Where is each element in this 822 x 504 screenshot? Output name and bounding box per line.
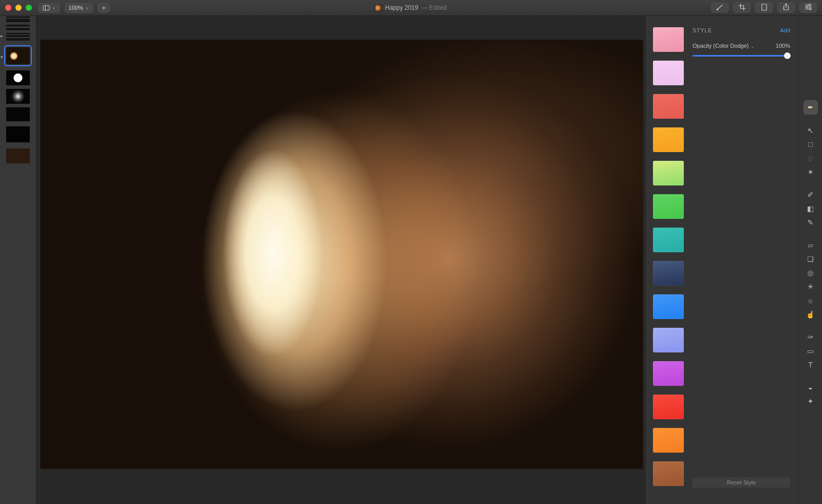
color-swatch-blue[interactable] xyxy=(653,294,684,319)
group-disclosure-open-icon[interactable]: ▾ xyxy=(1,55,3,60)
layer-thumbnail-black-b[interactable] xyxy=(6,126,30,142)
layers-list xyxy=(0,16,36,167)
color-fill-tool[interactable]: ◒ xyxy=(804,381,817,394)
share-button[interactable] xyxy=(777,3,795,13)
pencil-tool[interactable]: ✎ xyxy=(804,216,817,229)
add-style-link[interactable]: Add xyxy=(780,27,790,33)
app-window: ⌄ 100% ⌄ + Happy 2019 — Edited xyxy=(0,0,822,504)
paint-tool[interactable]: ✐ xyxy=(804,188,817,201)
document-title: Happy 2019 xyxy=(385,4,418,11)
minimize-window-button[interactable] xyxy=(15,5,22,11)
color-swatch-yellow-green[interactable] xyxy=(653,161,684,185)
edited-status: — Edited xyxy=(421,4,446,11)
window-title: Happy 2019 — Edited xyxy=(375,4,446,11)
quick-select-tool[interactable]: ✶ xyxy=(804,165,817,179)
chevron-down-icon: ⌄ xyxy=(85,5,89,10)
layer-thumbnail-brown[interactable] xyxy=(6,148,30,163)
pen-tool[interactable]: ✑ xyxy=(804,330,817,344)
new-page-button[interactable] xyxy=(755,3,773,13)
opacity-row: Opacity (Color Dodge) ⌄ 100% xyxy=(693,43,790,49)
titlebar-actions xyxy=(711,3,817,13)
color-swatch-red[interactable] xyxy=(653,395,684,419)
style-panel-title: STYLE xyxy=(693,27,712,33)
layer-thumbnail-white-circle[interactable] xyxy=(6,70,30,85)
right-panel: STYLE Add Opacity (Color Dodge) ⌄ 100% R… xyxy=(645,16,822,504)
chevron-down-icon: ⌄ xyxy=(751,44,754,49)
sharpen-tool[interactable]: ☀ xyxy=(804,280,817,293)
color-swatch-brown[interactable] xyxy=(653,461,684,486)
group-disclosure-closed-icon[interactable]: ▸ xyxy=(1,34,3,39)
style-panel: STYLE Add Opacity (Color Dodge) ⌄ 100% R… xyxy=(693,16,790,504)
eraser-tool[interactable]: ▱ xyxy=(804,238,817,252)
color-swatch-orange[interactable] xyxy=(653,428,684,453)
page-icon xyxy=(761,4,768,12)
arrange-tool[interactable]: ↖ xyxy=(804,124,817,137)
marquee-select-tool[interactable]: □ xyxy=(804,138,817,151)
clone-tool[interactable]: ❏ xyxy=(804,252,817,266)
grain-texture xyxy=(41,40,643,469)
effects-tool[interactable]: ✦ xyxy=(804,395,817,408)
canvas-area xyxy=(36,16,645,504)
gradient-tool[interactable]: ◧ xyxy=(804,202,817,215)
shape-tool[interactable]: ▭ xyxy=(804,344,817,358)
plus-icon: + xyxy=(102,4,106,12)
crop-icon xyxy=(738,4,746,12)
color-swatch-periwinkle[interactable] xyxy=(653,328,684,352)
chevron-down-icon: ⌄ xyxy=(52,5,56,10)
dodge-tool[interactable]: ☼ xyxy=(804,294,817,307)
smudge-tool[interactable]: ☝ xyxy=(804,308,817,321)
style-tool[interactable]: ✒ xyxy=(804,100,818,115)
color-swatch-teal[interactable] xyxy=(653,228,684,252)
style-panel-header: STYLE Add xyxy=(693,27,790,33)
share-icon xyxy=(782,3,790,12)
opacity-label-text: Opacity (Color Dodge) xyxy=(693,43,749,49)
layer-thumbnail-text-strip-a[interactable] xyxy=(6,16,30,22)
opacity-value: 100% xyxy=(776,43,790,49)
slider-knob[interactable] xyxy=(784,52,791,59)
traffic-lights xyxy=(5,5,32,11)
view-options-button[interactable]: ⌄ xyxy=(39,3,60,13)
color-swatch-light-pink[interactable] xyxy=(653,61,684,85)
adjustments-button[interactable] xyxy=(799,3,817,13)
add-button[interactable]: + xyxy=(98,3,110,13)
lasso-select-tool[interactable]: ◌ xyxy=(804,152,817,165)
color-swatch-green[interactable] xyxy=(653,194,684,219)
brush-icon xyxy=(716,4,724,12)
vignette-overlay xyxy=(41,40,643,469)
layer-thumbnail-text-strip-b[interactable] xyxy=(6,25,30,30)
color-swatch-coral-red[interactable] xyxy=(653,94,684,119)
type-tool[interactable]: T xyxy=(804,358,817,371)
retouch-button[interactable] xyxy=(711,3,728,13)
opacity-slider[interactable] xyxy=(693,52,790,59)
slider-fill xyxy=(693,55,790,57)
layers-panel: ▸ ▾ xyxy=(0,16,36,504)
layer-thumbnail-text-strip-c[interactable] xyxy=(6,33,30,41)
swatches-panel xyxy=(653,27,684,504)
color-swatch-magenta[interactable] xyxy=(653,361,684,386)
layer-thumbnail-soft-glow[interactable] xyxy=(6,89,30,104)
layer-thumbnail-sphere-thumb[interactable] xyxy=(6,47,30,64)
zoom-level-value: 100% xyxy=(69,5,83,11)
blur-tool[interactable]: ◎ xyxy=(804,266,817,279)
layer-thumbnail-black-a[interactable] xyxy=(6,107,30,121)
reset-style-button[interactable]: Reset Style xyxy=(693,477,790,488)
titlebar: ⌄ 100% ⌄ + Happy 2019 — Edited xyxy=(0,0,822,16)
color-swatch-amber[interactable] xyxy=(653,127,684,152)
crop-button[interactable] xyxy=(733,3,751,13)
layout-grid-icon xyxy=(43,5,50,11)
sliders-icon xyxy=(805,4,812,12)
zoom-level-button[interactable]: 100% ⌄ xyxy=(65,3,94,13)
tool-rail: ✒↖□◌✶✐◧✎▱❏◎☀☼☝✑▭T◒✦ xyxy=(798,16,822,504)
color-swatch-pink[interactable] xyxy=(653,27,684,52)
zoom-window-button[interactable] xyxy=(26,5,32,11)
document-icon xyxy=(375,5,382,11)
close-window-button[interactable] xyxy=(5,5,11,11)
color-swatch-dark-blue[interactable] xyxy=(653,261,684,286)
artwork-image[interactable] xyxy=(41,40,643,469)
opacity-blend-dropdown[interactable]: Opacity (Color Dodge) ⌄ xyxy=(693,43,754,49)
